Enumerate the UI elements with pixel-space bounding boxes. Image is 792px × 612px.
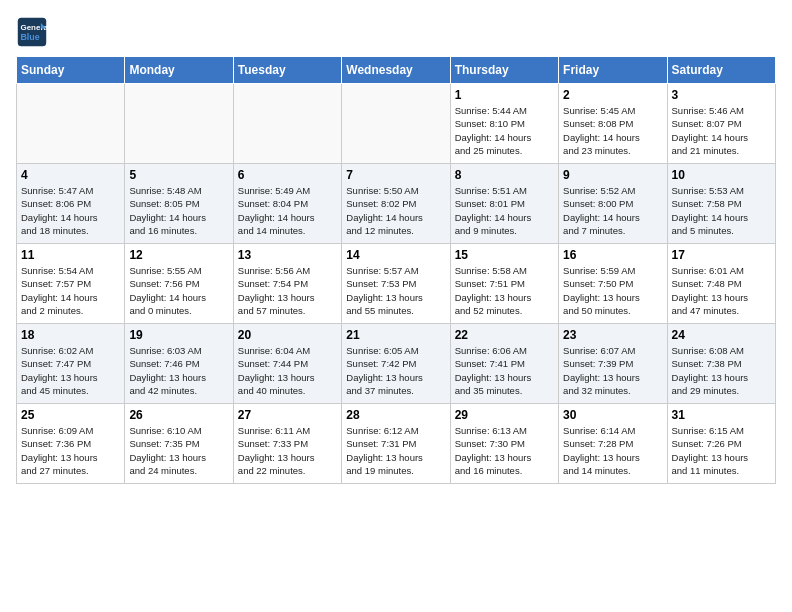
day-number: 22 (455, 328, 554, 342)
day-number: 9 (563, 168, 662, 182)
day-info: Sunrise: 6:13 AM Sunset: 7:30 PM Dayligh… (455, 424, 554, 477)
day-number: 31 (672, 408, 771, 422)
day-number: 18 (21, 328, 120, 342)
day-cell: 12Sunrise: 5:55 AM Sunset: 7:56 PM Dayli… (125, 244, 233, 324)
day-info: Sunrise: 6:15 AM Sunset: 7:26 PM Dayligh… (672, 424, 771, 477)
day-cell: 8Sunrise: 5:51 AM Sunset: 8:01 PM Daylig… (450, 164, 558, 244)
day-cell: 18Sunrise: 6:02 AM Sunset: 7:47 PM Dayli… (17, 324, 125, 404)
header-cell-tuesday: Tuesday (233, 57, 341, 84)
day-info: Sunrise: 5:49 AM Sunset: 8:04 PM Dayligh… (238, 184, 337, 237)
day-cell: 11Sunrise: 5:54 AM Sunset: 7:57 PM Dayli… (17, 244, 125, 324)
week-row-3: 11Sunrise: 5:54 AM Sunset: 7:57 PM Dayli… (17, 244, 776, 324)
header-cell-wednesday: Wednesday (342, 57, 450, 84)
day-number: 19 (129, 328, 228, 342)
calendar-table: SundayMondayTuesdayWednesdayThursdayFrid… (16, 56, 776, 484)
day-cell: 1Sunrise: 5:44 AM Sunset: 8:10 PM Daylig… (450, 84, 558, 164)
day-cell: 27Sunrise: 6:11 AM Sunset: 7:33 PM Dayli… (233, 404, 341, 484)
day-info: Sunrise: 6:04 AM Sunset: 7:44 PM Dayligh… (238, 344, 337, 397)
day-info: Sunrise: 5:56 AM Sunset: 7:54 PM Dayligh… (238, 264, 337, 317)
day-cell: 17Sunrise: 6:01 AM Sunset: 7:48 PM Dayli… (667, 244, 775, 324)
day-cell: 3Sunrise: 5:46 AM Sunset: 8:07 PM Daylig… (667, 84, 775, 164)
day-cell: 10Sunrise: 5:53 AM Sunset: 7:58 PM Dayli… (667, 164, 775, 244)
day-number: 17 (672, 248, 771, 262)
day-cell: 6Sunrise: 5:49 AM Sunset: 8:04 PM Daylig… (233, 164, 341, 244)
header-cell-saturday: Saturday (667, 57, 775, 84)
day-number: 24 (672, 328, 771, 342)
day-cell: 7Sunrise: 5:50 AM Sunset: 8:02 PM Daylig… (342, 164, 450, 244)
day-info: Sunrise: 6:11 AM Sunset: 7:33 PM Dayligh… (238, 424, 337, 477)
day-info: Sunrise: 5:44 AM Sunset: 8:10 PM Dayligh… (455, 104, 554, 157)
day-number: 23 (563, 328, 662, 342)
day-cell: 15Sunrise: 5:58 AM Sunset: 7:51 PM Dayli… (450, 244, 558, 324)
day-info: Sunrise: 6:02 AM Sunset: 7:47 PM Dayligh… (21, 344, 120, 397)
day-info: Sunrise: 6:12 AM Sunset: 7:31 PM Dayligh… (346, 424, 445, 477)
svg-text:Blue: Blue (20, 32, 39, 42)
day-number: 14 (346, 248, 445, 262)
day-number: 20 (238, 328, 337, 342)
day-cell: 13Sunrise: 5:56 AM Sunset: 7:54 PM Dayli… (233, 244, 341, 324)
day-cell: 20Sunrise: 6:04 AM Sunset: 7:44 PM Dayli… (233, 324, 341, 404)
day-info: Sunrise: 6:10 AM Sunset: 7:35 PM Dayligh… (129, 424, 228, 477)
day-number: 16 (563, 248, 662, 262)
day-info: Sunrise: 5:57 AM Sunset: 7:53 PM Dayligh… (346, 264, 445, 317)
day-number: 25 (21, 408, 120, 422)
day-cell: 14Sunrise: 5:57 AM Sunset: 7:53 PM Dayli… (342, 244, 450, 324)
day-cell (342, 84, 450, 164)
day-number: 6 (238, 168, 337, 182)
day-info: Sunrise: 5:54 AM Sunset: 7:57 PM Dayligh… (21, 264, 120, 317)
calendar-header-row: SundayMondayTuesdayWednesdayThursdayFrid… (17, 57, 776, 84)
week-row-4: 18Sunrise: 6:02 AM Sunset: 7:47 PM Dayli… (17, 324, 776, 404)
day-cell: 23Sunrise: 6:07 AM Sunset: 7:39 PM Dayli… (559, 324, 667, 404)
day-info: Sunrise: 6:06 AM Sunset: 7:41 PM Dayligh… (455, 344, 554, 397)
day-cell: 19Sunrise: 6:03 AM Sunset: 7:46 PM Dayli… (125, 324, 233, 404)
day-cell: 5Sunrise: 5:48 AM Sunset: 8:05 PM Daylig… (125, 164, 233, 244)
day-number: 27 (238, 408, 337, 422)
header-cell-friday: Friday (559, 57, 667, 84)
day-cell (17, 84, 125, 164)
day-cell (125, 84, 233, 164)
page-header: General Blue (16, 16, 776, 48)
day-number: 5 (129, 168, 228, 182)
day-info: Sunrise: 6:08 AM Sunset: 7:38 PM Dayligh… (672, 344, 771, 397)
day-info: Sunrise: 5:46 AM Sunset: 8:07 PM Dayligh… (672, 104, 771, 157)
day-number: 3 (672, 88, 771, 102)
day-cell: 4Sunrise: 5:47 AM Sunset: 8:06 PM Daylig… (17, 164, 125, 244)
day-info: Sunrise: 6:09 AM Sunset: 7:36 PM Dayligh… (21, 424, 120, 477)
week-row-5: 25Sunrise: 6:09 AM Sunset: 7:36 PM Dayli… (17, 404, 776, 484)
day-number: 29 (455, 408, 554, 422)
day-info: Sunrise: 6:03 AM Sunset: 7:46 PM Dayligh… (129, 344, 228, 397)
day-info: Sunrise: 6:07 AM Sunset: 7:39 PM Dayligh… (563, 344, 662, 397)
header-cell-sunday: Sunday (17, 57, 125, 84)
day-cell: 26Sunrise: 6:10 AM Sunset: 7:35 PM Dayli… (125, 404, 233, 484)
day-cell: 16Sunrise: 5:59 AM Sunset: 7:50 PM Dayli… (559, 244, 667, 324)
day-number: 8 (455, 168, 554, 182)
day-number: 7 (346, 168, 445, 182)
day-cell: 9Sunrise: 5:52 AM Sunset: 8:00 PM Daylig… (559, 164, 667, 244)
calendar-body: 1Sunrise: 5:44 AM Sunset: 8:10 PM Daylig… (17, 84, 776, 484)
day-number: 1 (455, 88, 554, 102)
day-cell: 24Sunrise: 6:08 AM Sunset: 7:38 PM Dayli… (667, 324, 775, 404)
day-cell: 31Sunrise: 6:15 AM Sunset: 7:26 PM Dayli… (667, 404, 775, 484)
week-row-1: 1Sunrise: 5:44 AM Sunset: 8:10 PM Daylig… (17, 84, 776, 164)
header-cell-monday: Monday (125, 57, 233, 84)
day-info: Sunrise: 5:47 AM Sunset: 8:06 PM Dayligh… (21, 184, 120, 237)
day-number: 13 (238, 248, 337, 262)
day-info: Sunrise: 5:51 AM Sunset: 8:01 PM Dayligh… (455, 184, 554, 237)
day-cell: 25Sunrise: 6:09 AM Sunset: 7:36 PM Dayli… (17, 404, 125, 484)
day-cell: 21Sunrise: 6:05 AM Sunset: 7:42 PM Dayli… (342, 324, 450, 404)
day-number: 4 (21, 168, 120, 182)
day-cell: 28Sunrise: 6:12 AM Sunset: 7:31 PM Dayli… (342, 404, 450, 484)
day-number: 21 (346, 328, 445, 342)
day-info: Sunrise: 6:14 AM Sunset: 7:28 PM Dayligh… (563, 424, 662, 477)
day-info: Sunrise: 5:45 AM Sunset: 8:08 PM Dayligh… (563, 104, 662, 157)
week-row-2: 4Sunrise: 5:47 AM Sunset: 8:06 PM Daylig… (17, 164, 776, 244)
header-cell-thursday: Thursday (450, 57, 558, 84)
day-info: Sunrise: 6:05 AM Sunset: 7:42 PM Dayligh… (346, 344, 445, 397)
day-info: Sunrise: 6:01 AM Sunset: 7:48 PM Dayligh… (672, 264, 771, 317)
day-number: 26 (129, 408, 228, 422)
day-number: 30 (563, 408, 662, 422)
day-info: Sunrise: 5:48 AM Sunset: 8:05 PM Dayligh… (129, 184, 228, 237)
day-info: Sunrise: 5:52 AM Sunset: 8:00 PM Dayligh… (563, 184, 662, 237)
day-info: Sunrise: 5:58 AM Sunset: 7:51 PM Dayligh… (455, 264, 554, 317)
day-cell: 22Sunrise: 6:06 AM Sunset: 7:41 PM Dayli… (450, 324, 558, 404)
